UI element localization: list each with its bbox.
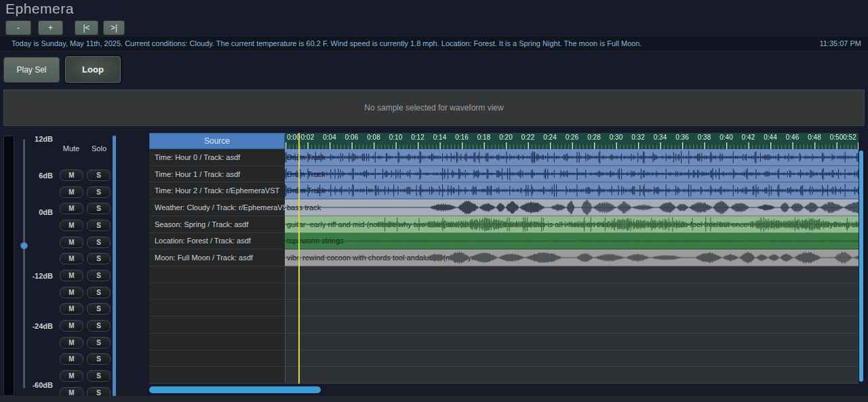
- status-message: Today is Sunday, May 11th, 2025. Current…: [12, 39, 642, 47]
- track-label-row[interactable]: Location: Forest / Track: asdf: [149, 233, 285, 250]
- mute-button[interactable]: M: [60, 253, 83, 264]
- clip-row[interactable]: Drum Track: [285, 182, 859, 199]
- track-source-label: Time: Hour 0 / Track: asdf: [155, 153, 240, 161]
- mute-button[interactable]: M: [60, 237, 83, 248]
- mute-button[interactable]: M: [60, 337, 83, 348]
- track-source-label: Weather: Cloudy / Track: r/EphemeraVST: [155, 203, 292, 212]
- solo-button[interactable]: S: [87, 303, 111, 315]
- volume-slider-thumb[interactable]: [20, 242, 28, 249]
- timeline-time-label: 0:46: [786, 134, 799, 141]
- mute-button[interactable]: M: [60, 353, 83, 365]
- mixer-vertical-scrollbar[interactable]: [113, 136, 116, 397]
- empty-label-row: [149, 317, 285, 334]
- db-scale-label: -12dB: [27, 272, 53, 280]
- empty-track-row: [285, 266, 859, 283]
- solo-column-header: Solo: [87, 144, 111, 153]
- track-label-row[interactable]: Season: Spring / Track: asdf: [149, 216, 285, 233]
- solo-button[interactable]: S: [87, 169, 111, 181]
- solo-button[interactable]: S: [87, 270, 111, 281]
- clip-row[interactable]: bass track: [285, 199, 859, 216]
- solo-button[interactable]: S: [87, 320, 111, 331]
- go-to-start-button[interactable]: |<: [75, 20, 98, 35]
- timeline-ruler[interactable]: 0:000:020:040:060:080:100:120:140:160:18…: [285, 133, 859, 149]
- timeline-time-label: 0:18: [477, 134, 490, 141]
- empty-track-row: [285, 317, 859, 334]
- mute-column-header: Mute: [59, 144, 83, 153]
- loop-button[interactable]: Loop: [65, 56, 121, 83]
- clip-row[interactable]: guitar early riff and mid (not sure why …: [285, 216, 859, 233]
- mute-button[interactable]: M: [60, 203, 83, 214]
- timeline-time-label: 0:36: [675, 134, 688, 141]
- clip-row[interactable]: tapeworm strings: [285, 233, 859, 250]
- clip-label: Drum Track: [287, 186, 326, 195]
- timeline-time-label: 0:14: [433, 134, 446, 141]
- solo-button[interactable]: S: [87, 220, 111, 231]
- mute-button[interactable]: M: [60, 270, 83, 281]
- timeline-time-label: 0:42: [742, 134, 755, 141]
- play-selection-button[interactable]: Play Sel: [3, 57, 60, 83]
- clip-label: Drum Track: [287, 170, 326, 178]
- clip-row[interactable]: Drum Track: [285, 149, 859, 166]
- empty-label-row: [149, 266, 285, 283]
- track-label-row[interactable]: Time: Hour 2 / Track: r/EphemeraVST: [149, 182, 285, 199]
- mute-button[interactable]: M: [60, 320, 83, 331]
- go-to-end-button[interactable]: >|: [103, 20, 125, 35]
- timeline-time-label: 0:32: [631, 134, 644, 141]
- zoom-in-button[interactable]: +: [38, 20, 63, 35]
- waveform-canvas: [285, 149, 859, 165]
- mute-button[interactable]: M: [60, 220, 83, 231]
- track-label-row[interactable]: Weather: Cloudy / Track: r/EphemeraVST: [149, 199, 285, 216]
- empty-track-row: [285, 334, 859, 350]
- playhead[interactable]: [298, 133, 300, 384]
- db-scale-label: 0dB: [27, 208, 53, 216]
- clip-row[interactable]: vibe rewind cocoon with chords tool anda…: [285, 249, 859, 266]
- timeline-time-label: 0:28: [587, 134, 600, 141]
- clip-label: vibe rewind cocoon with chords tool anda…: [287, 254, 484, 262]
- track-label-row[interactable]: Moon: Full Moon / Track: asdf: [149, 249, 285, 266]
- app-title: Ephemera: [5, 1, 74, 17]
- timeline-time-label: 0:48: [808, 134, 821, 141]
- solo-button[interactable]: S: [87, 353, 111, 365]
- solo-button[interactable]: S: [87, 287, 111, 298]
- timeline-time-label: 0:38: [698, 134, 711, 141]
- clip-label: guitar early riff and mid (not sure why …: [287, 220, 859, 228]
- mute-button[interactable]: M: [60, 287, 83, 298]
- clip-row[interactable]: Drum Track: [285, 166, 859, 183]
- solo-button[interactable]: S: [87, 253, 111, 264]
- empty-label-row: [149, 283, 285, 300]
- timeline-time-label: 0:08: [367, 134, 380, 141]
- empty-track-row: [285, 283, 859, 300]
- horizontal-scrollbar[interactable]: [149, 386, 321, 393]
- source-column-header[interactable]: Source: [149, 133, 285, 149]
- solo-button[interactable]: S: [87, 370, 111, 382]
- solo-button[interactable]: S: [87, 203, 111, 214]
- db-scale-label: 12dB: [27, 135, 53, 143]
- status-bar: Today is Sunday, May 11th, 2025. Current…: [0, 36, 868, 52]
- timeline-time-label: 0:44: [764, 134, 776, 141]
- timeline-time-label: 0:50: [830, 134, 843, 141]
- mute-button[interactable]: M: [60, 169, 83, 181]
- track-label-row[interactable]: Time: Hour 0 / Track: asdf: [149, 149, 285, 166]
- mute-button[interactable]: M: [60, 303, 83, 315]
- empty-track-row: [285, 350, 859, 367]
- zoom-out-button[interactable]: -: [5, 20, 31, 35]
- track-label-row[interactable]: Time: Hour 1 / Track: asdf: [149, 166, 285, 183]
- vertical-scrollbar[interactable]: [859, 150, 863, 382]
- track-source-label: Time: Hour 1 / Track: asdf: [155, 170, 240, 178]
- waveform-view-panel: No sample selected for waveform view: [3, 89, 865, 126]
- timeline-time-label: 0:16: [455, 134, 468, 141]
- solo-button[interactable]: S: [87, 237, 111, 248]
- timeline-time-label: 0:06: [345, 134, 358, 141]
- track-source-label: Location: Forest / Track: asdf: [155, 237, 251, 245]
- clip-label: bass track: [287, 203, 321, 212]
- mute-button[interactable]: M: [60, 370, 83, 382]
- mute-button[interactable]: M: [60, 186, 83, 198]
- volume-slider-track[interactable]: [23, 139, 25, 388]
- db-scale-label: -60dB: [27, 381, 53, 389]
- app-window: Ephemera - + |< >| Today is Sunday, May …: [0, 0, 868, 402]
- solo-button[interactable]: S: [87, 337, 111, 348]
- empty-label-row: [149, 350, 285, 367]
- solo-button[interactable]: S: [87, 186, 111, 198]
- bottom-strip: [0, 396, 868, 402]
- clip-label: Drum Track: [287, 153, 326, 161]
